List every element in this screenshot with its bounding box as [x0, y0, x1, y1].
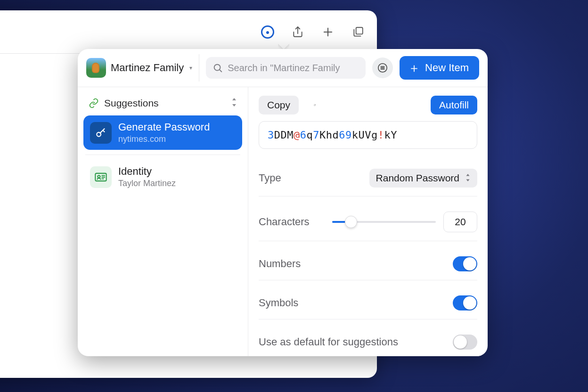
vault-name: Martinez Family — [111, 62, 184, 74]
search-input[interactable] — [228, 63, 359, 74]
suggestions-column: Suggestions Generate Password nytimes.co… — [78, 87, 248, 356]
numbers-toggle[interactable] — [453, 256, 477, 271]
suggestion-identity[interactable]: Identity Taylor Martinez — [83, 160, 242, 194]
default-suggestions-row: Use as default for suggestions — [259, 326, 477, 356]
svg-point-12 — [98, 175, 100, 178]
type-value: Random Password — [376, 172, 459, 184]
onepassword-popover: Martinez Family ▾ ＋ New Item Suggestions — [78, 49, 488, 356]
refresh-icon — [314, 99, 316, 111]
symbols-toggle[interactable] — [453, 295, 477, 310]
plus-icon: ＋ — [408, 62, 420, 74]
slider-thumb[interactable] — [345, 216, 357, 228]
type-label: Type — [259, 172, 281, 184]
new-item-label: New Item — [425, 62, 469, 74]
type-select[interactable]: Random Password — [369, 169, 477, 188]
regenerate-button[interactable] — [305, 96, 324, 114]
characters-row: Characters 20 — [259, 203, 477, 241]
autofill-button[interactable]: Autofill — [431, 96, 477, 114]
characters-value[interactable]: 20 — [443, 212, 477, 232]
suggestions-header[interactable]: Suggestions — [83, 93, 242, 115]
action-row: Copy Autofill — [259, 96, 477, 114]
symbols-label: Symbols — [259, 297, 298, 309]
numbers-label: Numbers — [259, 258, 301, 270]
characters-slider[interactable] — [332, 220, 436, 223]
suggestions-label: Suggestions — [104, 98, 159, 109]
type-row: Type Random Password — [259, 160, 477, 196]
categories-button[interactable] — [372, 57, 393, 78]
onepassword-extension-icon[interactable]: ● — [258, 23, 277, 41]
sort-caret-icon — [231, 98, 237, 109]
popover-header: Martinez Family ▾ ＋ New Item — [78, 49, 488, 87]
share-icon[interactable] — [288, 23, 307, 41]
item-subtitle: Taylor Martinez — [118, 179, 176, 188]
detail-column: Copy Autofill 3DDM@6q7Khd69kUVg!kY Type … — [248, 87, 488, 356]
tab-overview-icon[interactable] — [349, 23, 368, 41]
symbols-row: Symbols — [259, 287, 477, 319]
suggestion-generate-password[interactable]: Generate Password nytimes.com — [83, 115, 242, 150]
default-suggestions-toggle[interactable] — [453, 335, 477, 350]
popover-body: Suggestions Generate Password nytimes.co… — [78, 87, 488, 356]
characters-label: Characters — [259, 216, 310, 228]
suggestions-icon — [88, 98, 99, 109]
default-suggestions-label: Use as default for suggestions — [259, 336, 398, 348]
numbers-row: Numbers — [259, 248, 477, 280]
key-icon — [90, 122, 112, 144]
identity-icon — [90, 166, 112, 188]
item-title: Identity — [118, 165, 176, 178]
new-tab-icon[interactable] — [318, 23, 337, 41]
svg-rect-3 — [356, 27, 363, 34]
svg-line-5 — [220, 70, 221, 72]
vault-caret-icon: ▾ — [189, 65, 192, 71]
vault-avatar-icon — [86, 58, 106, 78]
new-item-button[interactable]: ＋ New Item — [400, 56, 479, 80]
popover-arrow — [278, 43, 289, 49]
vault-selector[interactable]: Martinez Family ▾ — [86, 54, 199, 82]
separator — [85, 155, 240, 155]
copy-label: Copy — [267, 99, 290, 111]
search-icon — [212, 63, 223, 73]
list-icon — [377, 63, 388, 73]
generated-password[interactable]: 3DDM@6q7Khd69kUVg!kY — [259, 121, 477, 149]
browser-toolbar: onepassword-extension ● — [0, 10, 377, 54]
search-field[interactable] — [206, 57, 366, 79]
item-title: Generate Password — [118, 121, 210, 133]
item-subtitle: nytimes.com — [118, 134, 210, 144]
copy-button[interactable]: Copy — [259, 96, 299, 114]
autofill-label: Autofill — [439, 99, 469, 111]
chevron-updown-icon — [465, 172, 471, 184]
